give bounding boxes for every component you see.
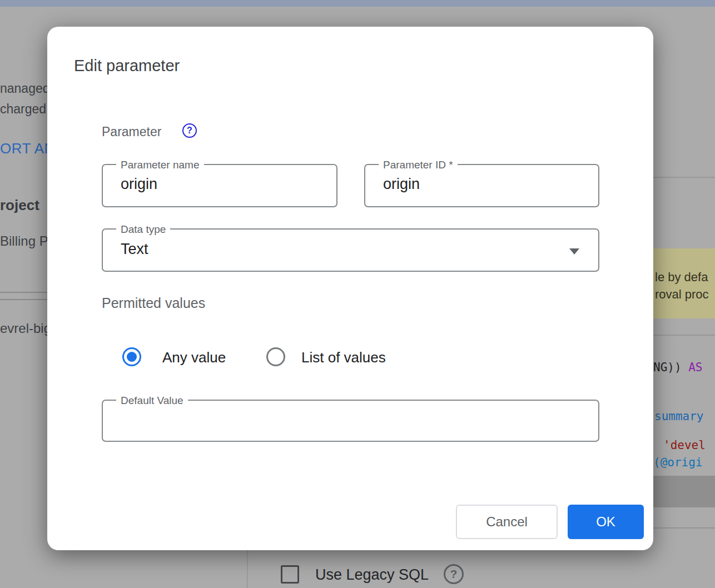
- parameter-id-input[interactable]: [365, 165, 598, 206]
- backdrop-text-charged: charged: [0, 102, 46, 117]
- backdrop-divider: [0, 292, 47, 293]
- dialog-title: Edit parameter: [74, 57, 180, 75]
- ok-button[interactable]: OK: [568, 505, 644, 539]
- radio-any-value-label[interactable]: Any value: [162, 349, 226, 366]
- default-value-input[interactable]: [103, 401, 598, 441]
- editor-footer-band: [653, 476, 715, 507]
- sql-code-line: NG)) AS: [653, 361, 703, 374]
- backdrop-text-managed: nanaged: [0, 81, 50, 96]
- warning-banner-line: roval proc: [655, 286, 715, 303]
- cancel-button[interactable]: Cancel: [456, 505, 558, 539]
- radio-any-value[interactable]: [122, 347, 141, 366]
- backdrop-divider: [0, 299, 47, 300]
- use-legacy-sql-checkbox: [281, 565, 299, 584]
- warning-banner-line: le by defa: [655, 268, 715, 286]
- default-value-field[interactable]: Default Value: [102, 400, 599, 442]
- top-edge-bar: [0, 0, 715, 7]
- chevron-down-icon: [569, 248, 579, 255]
- parameter-name-input[interactable]: [103, 165, 336, 206]
- parameter-name-field[interactable]: Parameter name: [102, 164, 337, 207]
- use-legacy-sql-label: Use Legacy SQL: [315, 566, 429, 584]
- help-icon: ?: [444, 564, 464, 584]
- parameter-id-field[interactable]: Parameter ID *: [364, 164, 599, 207]
- radio-list-of-values-label[interactable]: List of values: [301, 349, 386, 366]
- backdrop-divider: [653, 335, 715, 336]
- sql-code-line: (@origi: [653, 456, 703, 469]
- sql-code-line: 'devel: [663, 438, 706, 452]
- backdrop-vertical-divider: [247, 550, 248, 588]
- backdrop-project-id: evrel-big: [0, 321, 51, 336]
- permitted-values-label: Permitted values: [102, 295, 205, 311]
- data-type-value: Text: [121, 241, 148, 258]
- backdrop-divider: [653, 527, 715, 529]
- radio-list-of-values[interactable]: [266, 347, 285, 366]
- parameter-section-label: Parameter: [102, 124, 161, 139]
- sql-code-line: summary: [654, 410, 704, 423]
- backdrop-divider: [653, 177, 715, 178]
- backdrop-project-heading: roject: [0, 197, 39, 214]
- backdrop-billing-text: Billing P: [0, 233, 48, 249]
- warning-banner: le by defa roval proc: [653, 248, 715, 318]
- parameter-help-icon[interactable]: ?: [182, 123, 197, 138]
- data-type-label: Data type: [116, 223, 170, 236]
- sql-code-keyword: AS: [688, 361, 702, 374]
- edit-parameter-dialog: Edit parameter Parameter ? Parameter nam…: [47, 27, 653, 550]
- sql-code-plain: NG)): [653, 361, 688, 374]
- data-type-select[interactable]: Data type Text: [102, 228, 599, 272]
